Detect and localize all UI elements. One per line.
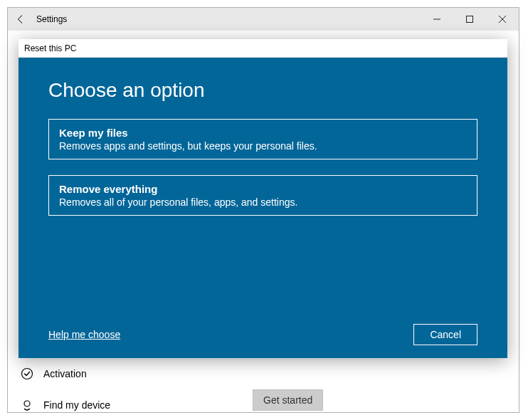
sidebar-item-label: Find my device — [43, 399, 110, 411]
close-button[interactable] — [486, 8, 519, 31]
sidebar-item-activation[interactable]: Activation — [16, 358, 236, 389]
back-button[interactable] — [8, 8, 33, 31]
svg-point-2 — [22, 369, 33, 379]
minimize-button[interactable] — [421, 8, 453, 31]
option-title: Keep my files — [59, 127, 467, 139]
dialog-title-text: Reset this PC — [24, 43, 76, 53]
option-title: Remove everything — [59, 183, 467, 195]
dialog-heading: Choose an option — [48, 79, 477, 102]
get-started-button[interactable]: Get started — [253, 389, 323, 411]
reset-pc-dialog: Reset this PC Choose an option Keep my f… — [19, 39, 507, 358]
dialog-title-bar: Reset this PC — [19, 39, 507, 58]
option-keep-my-files[interactable]: Keep my files Removes apps and settings,… — [48, 119, 477, 159]
sidebar-item-label: Activation — [43, 368, 87, 379]
option-desc: Removes all of your personal files, apps… — [59, 196, 467, 208]
checkmark-icon — [21, 367, 33, 380]
option-desc: Removes apps and settings, but keeps you… — [59, 140, 467, 152]
cancel-button[interactable]: Cancel — [413, 324, 477, 345]
location-icon — [21, 399, 33, 411]
titlebar: Settings — [8, 8, 519, 31]
sidebar-item-find-my-device[interactable]: Find my device — [16, 389, 236, 420]
maximize-button[interactable] — [453, 8, 486, 31]
option-remove-everything[interactable]: Remove everything Removes all of your pe… — [48, 175, 477, 216]
window-title: Settings — [36, 14, 421, 24]
svg-point-3 — [24, 401, 30, 406]
svg-rect-1 — [467, 16, 473, 23]
help-me-choose-link[interactable]: Help me choose — [48, 329, 120, 340]
